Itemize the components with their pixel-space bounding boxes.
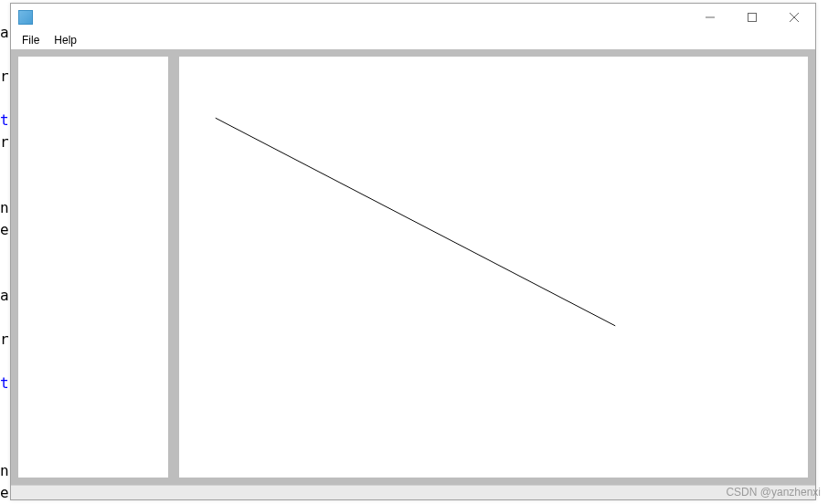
drawn-line (216, 118, 615, 326)
menu-file[interactable]: File (15, 32, 47, 48)
app-window: File Help (10, 3, 816, 500)
title-bar[interactable] (11, 4, 815, 31)
watermark: CSDN @yanzhenxi (726, 486, 821, 499)
menu-help[interactable]: Help (47, 32, 84, 48)
side-panel[interactable] (15, 53, 172, 481)
menu-bar: File Help (11, 31, 815, 49)
maximize-button[interactable] (731, 4, 773, 31)
close-button[interactable] (773, 4, 815, 31)
client-area (11, 49, 815, 485)
app-icon (18, 10, 33, 25)
svg-rect-1 (748, 14, 757, 22)
canvas-svg (179, 57, 808, 478)
drawing-canvas[interactable] (175, 53, 812, 481)
status-bar (11, 485, 815, 499)
minimize-button[interactable] (689, 4, 731, 31)
